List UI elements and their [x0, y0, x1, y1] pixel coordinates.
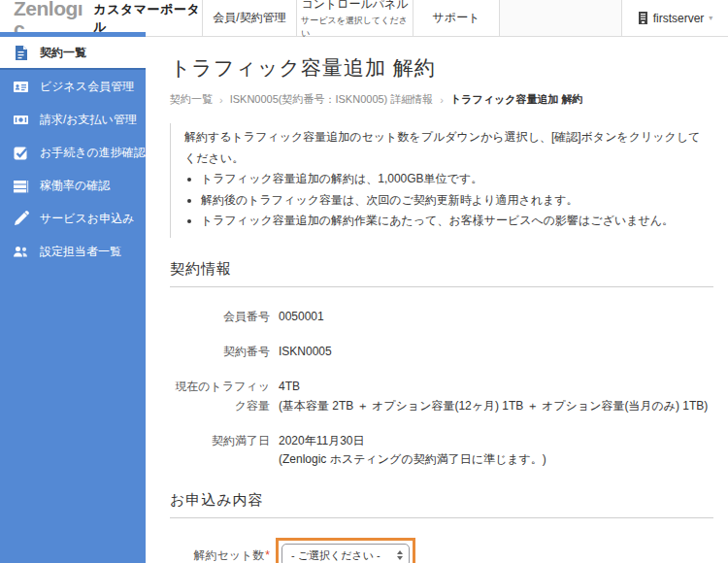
- tab-member-contract-management[interactable]: 会員/契約管理: [202, 0, 296, 36]
- sidebar-item-business-member[interactable]: ビジネス会員管理: [0, 70, 146, 103]
- document-icon: [13, 45, 29, 61]
- tab-control-panel-subtext: サービスを選択してください: [301, 15, 409, 40]
- top-header: Zenlogıc カスタマーポータル 会員/契約管理 コントロールパネル サービ…: [0, 0, 728, 37]
- field-value-note: (基本容量 2TB ＋ オプション容量(12ヶ月) 1TB ＋ オプション容量(…: [279, 397, 708, 415]
- breadcrumb-contract-list[interactable]: 契約一覧: [170, 92, 213, 107]
- highlight-frame: - ご選択ください -: [276, 538, 415, 563]
- tab-control-panel[interactable]: コントロールパネル サービスを選択してください: [296, 0, 413, 36]
- field-label: 会員番号: [170, 308, 270, 326]
- field-label: 契約番号: [170, 343, 270, 361]
- checkbox-icon: [13, 145, 29, 161]
- notice-item: トラフィック容量追加の解約は、1,000GB単位です。: [201, 169, 704, 190]
- field-label: 解約セット数*: [170, 546, 270, 563]
- notice-item: トラフィック容量追加の解約作業にあたって、お客様サービスへの影響はございません。: [201, 211, 704, 232]
- section-heading-contract-info: 契約情報: [170, 260, 713, 287]
- field-row-member-number: 会員番号 0050001: [170, 308, 713, 326]
- sidebar-nav: 契約一覧 ビジネス会員管理 請求/お支払い管理 お手続きの進捗確認 稼働率の確認…: [0, 37, 146, 563]
- header-spacer: [500, 0, 621, 36]
- field-row-cancel-sets: 解約セット数* - ご選択ください -: [170, 538, 713, 563]
- sidebar-item-procedure-progress[interactable]: お手続きの進捗確認: [0, 136, 146, 169]
- breadcrumb: 契約一覧 › ISKN0005(契約番号：ISKN0005) 詳細情報 › トラ…: [170, 92, 713, 107]
- sidebar-item-contract-list[interactable]: 契約一覧: [0, 37, 146, 70]
- field-row-current-traffic: 現在のトラフィック容量 4TB (基本容量 2TB ＋ オプション容量(12ヶ月…: [170, 378, 713, 414]
- chevron-down-icon: ▾: [709, 14, 712, 22]
- field-value: ISKN0005: [279, 343, 332, 361]
- notice-box: 解約するトラフィック容量追加のセット数をプルダウンから選択し、[確認]ボタンをク…: [170, 123, 713, 238]
- field-row-contract-expiry: 契約満了日 2020年11月30日 (Zenlogic ホスティングの契約満了日…: [170, 432, 713, 469]
- active-section-accent-bar: [0, 32, 146, 37]
- tab-support[interactable]: サポート: [413, 0, 500, 36]
- users-icon: [13, 244, 29, 260]
- server-icon: [638, 12, 648, 24]
- notice-lead: 解約するトラフィック容量追加のセット数をプルダウンから選択し、[確認]ボタンをク…: [184, 127, 704, 169]
- field-value: 0050001: [279, 308, 324, 326]
- field-label: 現在のトラフィック容量: [170, 378, 270, 414]
- cancel-sets-select[interactable]: - ご選択ください -: [281, 544, 410, 563]
- field-row-contract-number: 契約番号 ISKN0005: [170, 343, 713, 361]
- field-label: 契約満了日: [170, 432, 270, 469]
- id-card-icon: [13, 79, 29, 95]
- required-mark: *: [265, 548, 270, 562]
- portal-name: カスタマーポータル: [93, 1, 202, 36]
- breadcrumb-separator-icon: ›: [219, 94, 223, 106]
- field-value: 2020年11月30日 (Zenlogic ホスティングの契約満了日に準じます。…: [279, 432, 546, 469]
- sidebar-item-service-application[interactable]: サービスお申込み: [0, 202, 146, 235]
- section-heading-application: お申込み内容: [170, 491, 713, 518]
- page-title: トラフィック容量追加 解約: [170, 54, 713, 82]
- field-value: 4TB (基本容量 2TB ＋ オプション容量(12ヶ月) 1TB ＋ オプショ…: [279, 378, 708, 414]
- notice-item: 解約後のトラフィック容量は、次回のご契約更新時より適用されます。: [201, 190, 704, 212]
- brand-logo[interactable]: Zenlogıc カスタマーポータル: [0, 0, 202, 36]
- account-menu[interactable]: firstserver ▾: [621, 0, 728, 36]
- sidebar-item-billing-payment[interactable]: 請求/お支払い管理: [0, 103, 146, 136]
- billing-icon: [13, 112, 29, 128]
- field-value-note: (Zenlogic ホスティングの契約満了日に準じます。): [279, 450, 546, 469]
- pen-icon: [13, 211, 29, 227]
- breadcrumb-separator-icon: ›: [440, 94, 444, 106]
- select-value: - ご選択ください -: [291, 548, 381, 563]
- main-content: トラフィック容量追加 解約 契約一覧 › ISKN0005(契約番号：ISKN0…: [146, 37, 728, 563]
- sidebar-item-uptime-check[interactable]: 稼働率の確認: [0, 169, 146, 202]
- breadcrumb-current: トラフィック容量追加 解約: [450, 92, 583, 107]
- notice-list: トラフィック容量追加の解約は、1,000GB単位です。 解約後のトラフィック容量…: [184, 169, 704, 232]
- account-name: firstserver: [653, 12, 705, 25]
- breadcrumb-contract-detail[interactable]: ISKN0005(契約番号：ISKN0005) 詳細情報: [230, 92, 434, 107]
- list-icon: [13, 178, 29, 194]
- sidebar-item-admin-list[interactable]: 設定担当者一覧: [0, 235, 146, 268]
- select-stepper-icon: [397, 550, 403, 560]
